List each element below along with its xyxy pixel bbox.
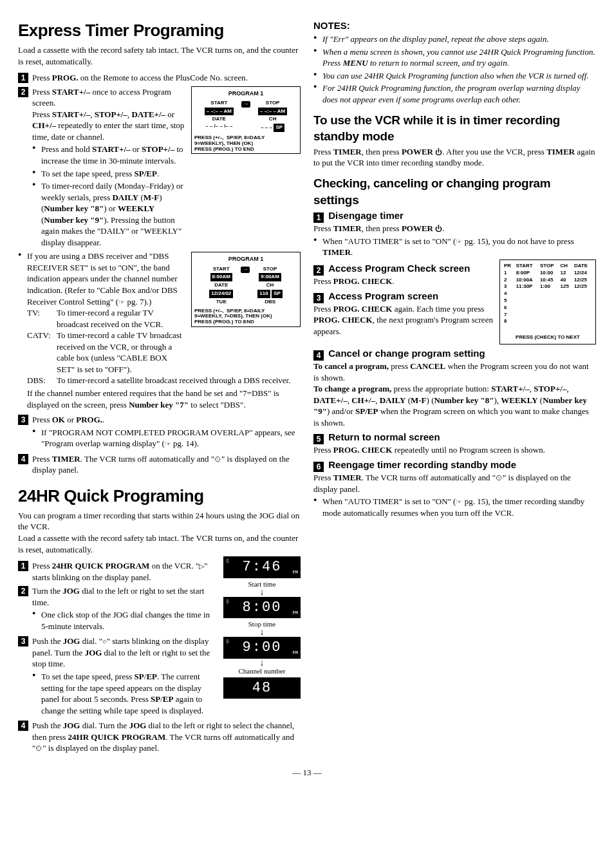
step-badge-1: 1 — [313, 212, 324, 223]
play-triangle-icon — [199, 561, 204, 571]
step-badge-4: 4 — [18, 721, 28, 731]
step-badge-3: 3 — [18, 636, 28, 646]
right-column: NOTES: If "Err" appears on the display p… — [313, 19, 596, 754]
step-3-24hr: 3 Push the JOG dial. "" starts blinking … — [18, 636, 218, 717]
note: For 24HR Quick Programing function, the … — [313, 82, 596, 105]
power-icon — [435, 223, 442, 233]
bullet: To timer-record daily (Monday–Friday) or… — [32, 180, 186, 248]
bullet: When "AUTO TIMER" is set to "ON" ( pg. 1… — [313, 496, 596, 518]
program-check-table: PR START STOP CH DATE 18:00P10:001212/24… — [499, 259, 596, 344]
arrow-icon: → — [241, 101, 250, 108]
bullet: To set the tape speed, press SP/EP. — [32, 168, 186, 180]
pointer-icon — [456, 236, 462, 246]
power-icon — [435, 147, 442, 156]
step-2-express: 2 Press START+/– once to access Program … — [18, 86, 186, 250]
heading-check-cancel: Checking, canceling or changing program … — [313, 175, 596, 208]
step-badge-2: 2 — [313, 265, 324, 276]
intro-24hr-2: Load a cassette with the record safety t… — [18, 533, 301, 555]
table-row: 5 — [503, 297, 593, 305]
page-number: — 13 — — [18, 767, 596, 778]
pointer-icon — [165, 439, 171, 448]
bullet: Press and hold START+/– or STOP+/– to in… — [32, 144, 186, 166]
sub-6-body: Press TIMER. The VCR turns off automatic… — [313, 472, 596, 495]
lcd-channel: 48 — [223, 677, 301, 699]
table-row: 311:30P1:0012512/25 — [503, 283, 593, 290]
dbs-bullet-block: If you are using a DBS receiver and "DBS… — [18, 250, 301, 410]
step-badge-2: 2 — [18, 87, 28, 97]
step-badge-1: 1 — [18, 73, 28, 83]
left-column: Express Timer Programing Load a cassette… — [18, 19, 301, 754]
sub-5: 5 Return to normal screen — [313, 431, 596, 444]
step-4-24hr: 4 Push the JOG dial. Turn the JOG dial t… — [18, 720, 301, 754]
table-row: 18:00P10:001212/24 — [503, 270, 593, 277]
notes-list: If "Err" appears on the display panel, r… — [313, 33, 596, 105]
sub-5-body: Press PROG. CHECK repeatedly until no Pr… — [313, 444, 596, 456]
step-badge-2: 2 — [18, 586, 28, 596]
table-row: 8 — [503, 318, 593, 325]
step-1-24hr: 1 Press 24HR QUICK PROGRAM on the VCR. "… — [18, 560, 218, 583]
sub-6: 6 Reengage timer recording standby mode — [313, 458, 596, 472]
step-badge-3: 3 — [313, 293, 324, 303]
step-badge-4: 4 — [313, 350, 324, 361]
lcd-stop-prep: ▯8:00PM — [223, 597, 301, 619]
clock-icon — [35, 743, 42, 753]
note: If "Err" appears on the display panel, r… — [313, 33, 596, 45]
step-badge-3: 3 — [18, 415, 28, 425]
notes-heading: NOTES: — [313, 19, 596, 32]
standby-text: Press TIMER, then press POWER . After yo… — [313, 146, 596, 169]
heading-use-vcr-standby: To use the VCR while it is in timer reco… — [313, 112, 596, 145]
table-row: 4 — [503, 290, 593, 297]
table-row: 6 — [503, 305, 593, 312]
lcd-start-time: ▯7:46PM — [223, 556, 301, 578]
pointer-icon — [118, 297, 125, 307]
arrow-down-icon: ↓ — [223, 629, 301, 636]
heading-24hr: 24HR Quick Programing — [18, 485, 301, 507]
table-row: 210:00A10:454012/25 — [503, 277, 593, 284]
sub-1-body: Press TIMER, then press POWER . — [313, 223, 596, 234]
bullet: One click stop of the JOG dial changes t… — [32, 609, 218, 632]
bullet: If you are using a DBS receiver and "DBS… — [18, 250, 301, 410]
arrow-down-icon: ↓ — [223, 589, 301, 596]
lcd-stop-time: ▯9:00PM — [223, 637, 301, 659]
pointer-icon — [456, 496, 462, 506]
step-4-express: 4 Press TIMER. The VCR turns off automat… — [18, 453, 301, 476]
step-3-express: 3 Press OK or PROG.. If "PROGRAM NOT COM… — [18, 414, 301, 451]
step-badge-6: 6 — [313, 462, 324, 472]
sub-1: 1 Disengage timer — [313, 209, 596, 223]
sub-4: 4 Cancel or change program setting — [313, 347, 596, 361]
cross-note: If the channel number entered requires t… — [27, 388, 301, 410]
step-1-body: Press PROG. on the Remote to access the … — [32, 72, 301, 84]
osd-msg: PRESS (+/–, SP/EP, 8=DAILY9=WEEKLY), THE… — [194, 135, 297, 152]
bullet: To set the tape speed, press SP/EP. The … — [32, 671, 218, 716]
lcd-illustration: ▯7:46PM Start time ↓ ▯8:00PM Stop time ↓… — [223, 555, 301, 700]
table-row: 7 — [503, 312, 593, 319]
bullet: When "AUTO TIMER" is set to "ON" ( pg. 1… — [313, 236, 596, 258]
clock-icon — [214, 454, 221, 464]
intro-text: Load a cassette with the record safety t… — [18, 44, 301, 67]
step-2-24hr: 2 Turn the JOG dial to the left or right… — [18, 585, 218, 633]
sub-4-body: To cancel a program, press CANCEL when t… — [313, 361, 596, 428]
intro-24hr-1: You can program a timer recording that s… — [18, 510, 301, 533]
step-1-express: 1 Press PROG. on the Remote to access th… — [18, 72, 301, 84]
note: When a menu screen is shown, you cannot … — [313, 46, 596, 69]
bullet: If "PROGRAM NOT COMPLETED PROGRAM OVERLA… — [32, 427, 301, 449]
osd-program-1-blank: PROGRAM 1 START – –:– – AM DATE – – /– –… — [191, 86, 301, 155]
arrow-down-icon: ↓ — [223, 660, 301, 666]
circle-icon — [102, 636, 107, 646]
step-badge-4: 4 — [18, 454, 28, 464]
step-badge-5: 5 — [313, 434, 324, 444]
heading-express-timer: Express Timer Programing — [18, 19, 301, 42]
note: You can use 24HR Quick Programing functi… — [313, 70, 596, 82]
clock-icon — [496, 473, 503, 482]
step-badge-1: 1 — [18, 561, 28, 571]
